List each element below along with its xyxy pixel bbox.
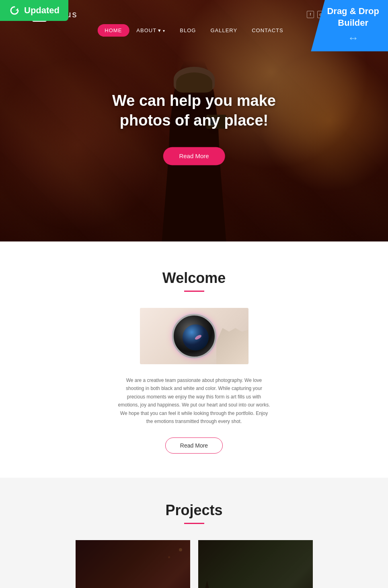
projects-section: Projects Sweet october [0,478,388,588]
hand-shape [216,328,248,364]
projects-grid: Sweet october To catch life moments fore… [16,540,372,588]
project-card-1[interactable]: Wedding photography To catch life moment… [198,540,313,588]
lens-inner [183,324,209,351]
nav-item-gallery[interactable]: GALLERY [203,24,244,37]
nav-item-about[interactable]: ABOUT ▾ [129,24,172,37]
hero-content: We can help you make photos of any place… [97,91,291,165]
facebook-icon[interactable]: f [307,11,314,18]
updated-label: Updated [24,5,60,16]
project-overlay-1 [198,540,313,588]
project-card-0[interactable]: Sweet october To catch life moments fore… [76,540,190,588]
svg-marker-0 [16,8,18,10]
lens-outer [172,314,216,358]
welcome-read-more-button[interactable]: Read More [165,437,223,454]
hero-title: We can help you make photos of any place… [97,91,291,131]
projects-underline [184,523,204,524]
nav-item-home[interactable]: HOME [97,24,129,37]
refresh-icon [9,5,20,16]
nav-menu: HOME ABOUT ▾ BLOG GALLERY CONTACTS [97,24,290,37]
welcome-underline [184,291,204,292]
nav-item-blog[interactable]: BLOG [172,24,203,37]
welcome-image [140,308,248,364]
hero-read-more-button[interactable]: Read More [163,147,225,165]
welcome-title: Welcome [32,270,356,287]
welcome-description: We are a creative team passionate about … [118,376,271,425]
projects-title: Projects [16,502,372,519]
welcome-section: Welcome We are a creative team passionat… [0,241,388,478]
dnd-label: Drag & DropBuilder [327,6,379,28]
project-overlay-0 [76,540,190,588]
hero-hat [176,72,212,93]
nav-item-contacts[interactable]: CONTACTS [244,24,291,37]
updated-badge: Updated [0,0,68,21]
lens-glare [194,334,202,340]
move-icon: ↔ [327,31,379,45]
